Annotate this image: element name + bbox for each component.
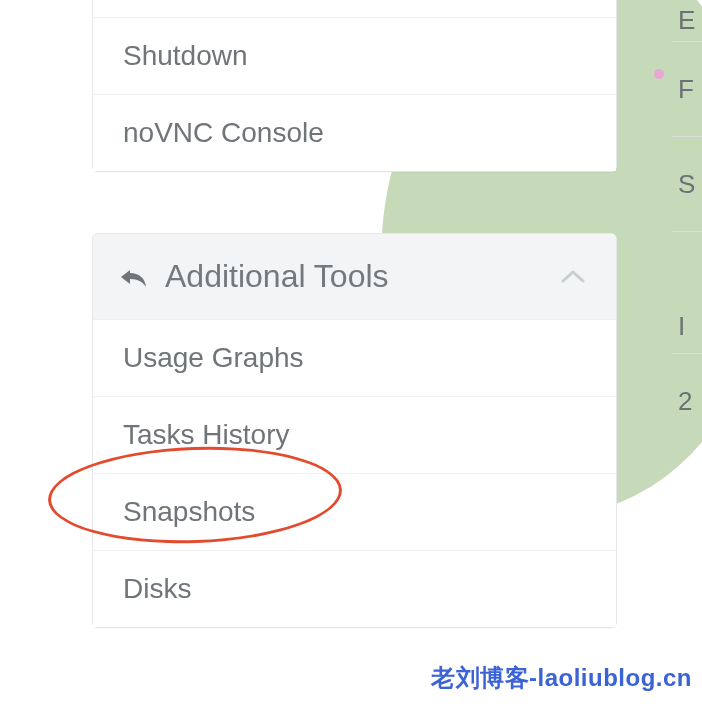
decorative-dot xyxy=(654,69,664,79)
menu-item-usage-graphs[interactable]: Usage Graphs xyxy=(93,319,616,396)
actions-panel: Stop Shutdown noVNC Console xyxy=(92,0,617,172)
watermark-text: 老刘博客-laoliublog.cn xyxy=(431,662,692,694)
right-cell: S xyxy=(672,137,702,232)
menu-item-stop[interactable]: Stop xyxy=(93,0,616,17)
panel-title: Additional Tools xyxy=(165,258,389,295)
menu-item-shutdown[interactable]: Shutdown xyxy=(93,17,616,94)
reply-icon xyxy=(119,265,147,289)
menu-item-disks[interactable]: Disks xyxy=(93,550,616,627)
menu-item-snapshots[interactable]: Snapshots xyxy=(93,473,616,550)
right-cell: I xyxy=(672,300,702,354)
right-cell: F xyxy=(672,42,702,137)
menu-item-tasks-history[interactable]: Tasks History xyxy=(93,396,616,473)
right-cell xyxy=(672,232,702,300)
right-cell: E xyxy=(672,0,702,42)
panel-header[interactable]: Additional Tools xyxy=(93,234,616,319)
right-column: E F S I 2 xyxy=(672,0,702,449)
right-cell: 2 xyxy=(672,354,702,449)
menu-item-novnc-console[interactable]: noVNC Console xyxy=(93,94,616,171)
additional-tools-panel: Additional Tools Usage Graphs Tasks Hist… xyxy=(92,233,617,628)
chevron-up-icon xyxy=(560,269,586,285)
